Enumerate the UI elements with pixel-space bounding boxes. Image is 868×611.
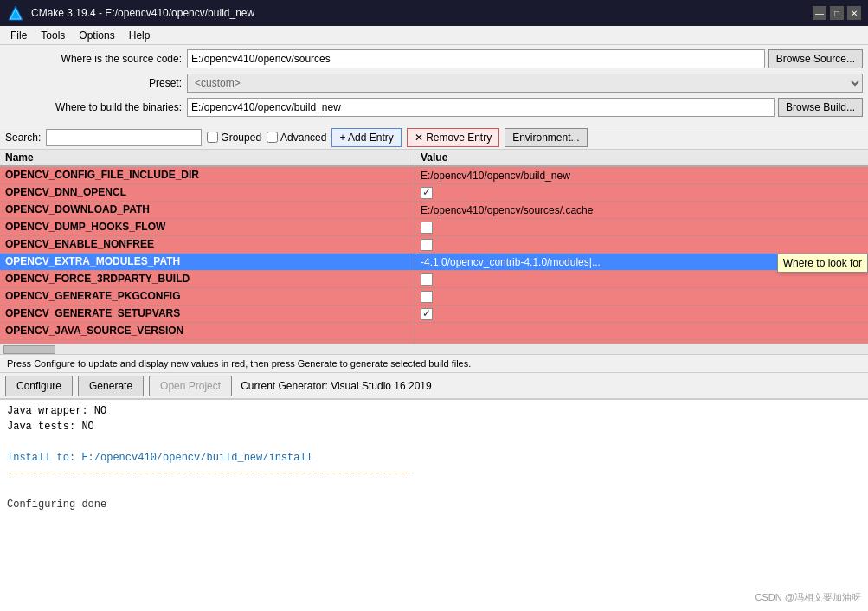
- maximize-button[interactable]: □: [830, 6, 844, 20]
- advanced-checkbox[interactable]: [267, 132, 278, 143]
- row-value: [415, 219, 868, 235]
- row-name: OPENCV_JAVA_SOURCE_VERSION: [0, 323, 415, 339]
- watermark: CSDN @冯相文要加油呀: [755, 591, 861, 604]
- menubar: File Tools Options Help: [0, 26, 868, 45]
- log-line: Install to: E:/opencv410/opencv/build_ne…: [7, 450, 861, 466]
- row-value: [415, 184, 868, 201]
- table-body: OPENCV_CONFIG_FILE_INCLUDE_DIR E:/opencv…: [0, 167, 868, 344]
- table-row[interactable]: OPENCV_FORCE_3RDPARTY_BUILD: [0, 271, 868, 288]
- environment-button[interactable]: Environment...: [505, 128, 587, 147]
- app-logo-icon: [7, 4, 24, 22]
- build-label: Where to build the binaries:: [5, 101, 187, 113]
- checkbox-cell-icon: [421, 239, 433, 251]
- close-button[interactable]: ✕: [847, 6, 861, 20]
- generate-button[interactable]: Generate: [78, 376, 144, 396]
- menu-file[interactable]: File: [3, 28, 34, 43]
- col-value-header: Value: [415, 150, 868, 165]
- source-row: Where is the source code: Browse Source.…: [5, 48, 863, 69]
- row-value: [415, 306, 868, 322]
- row-value: E:/opencv410/opencv/build_new: [415, 167, 868, 183]
- browse-build-button[interactable]: Browse Build...: [778, 98, 863, 117]
- log-line: ----------------------------------------…: [7, 466, 861, 481]
- table-row[interactable]: OPENCV_DNN_OPENCL: [0, 184, 868, 202]
- table-row[interactable]: OPENCV_GENERATE_SETUPVARS: [0, 306, 868, 323]
- toolbar-row: Search: Grouped Advanced + Add Entry ✕ R…: [0, 125, 868, 150]
- scrollbar-thumb[interactable]: [3, 345, 55, 354]
- table-row[interactable]: OPENCV_JAVA_SOURCE_VERSION: [0, 323, 868, 340]
- form-section: Where is the source code: Browse Source.…: [0, 45, 868, 125]
- log-line: [7, 481, 861, 497]
- menu-tools[interactable]: Tools: [34, 28, 72, 43]
- titlebar-left: CMake 3.19.4 - E:/opencv410/opencv/build…: [7, 4, 254, 22]
- row-name: OPENCV_DUMP_HOOKS_FLOW: [0, 219, 415, 235]
- log-line: [7, 434, 861, 450]
- open-project-button[interactable]: Open Project: [149, 376, 232, 396]
- table-row[interactable]: OPENCV_CONFIG_FILE_INCLUDE_DIR E:/opencv…: [0, 167, 868, 184]
- row-name: OPENCV_ENABLE_NONFREE: [0, 236, 415, 253]
- search-input[interactable]: [46, 129, 202, 146]
- generator-text: Current Generator: Visual Studio 16 2019: [241, 380, 432, 392]
- table-row[interactable]: OPENCV_DUMP_HOOKS_FLOW: [0, 219, 868, 236]
- browse-source-button[interactable]: Browse Source...: [768, 49, 863, 68]
- build-input[interactable]: [187, 98, 775, 117]
- row-name: OPENCV_DNN_OPENCL: [0, 184, 415, 201]
- remove-entry-button[interactable]: ✕ Remove Entry: [407, 128, 499, 147]
- configure-button[interactable]: Configure: [5, 376, 73, 396]
- row-value: [415, 236, 868, 253]
- preset-select[interactable]: <custom>: [187, 74, 863, 93]
- menu-help[interactable]: Help: [122, 28, 158, 43]
- grouped-checkbox[interactable]: [207, 132, 218, 143]
- minimize-button[interactable]: —: [813, 6, 826, 20]
- table-row[interactable]: OPENCV_ENABLE_NONFREE: [0, 236, 868, 254]
- row-value: E:/opencv410/opencv/sources/.cache: [415, 202, 868, 218]
- row-name: OPENCV_FORCE_3RDPARTY_BUILD: [0, 271, 415, 287]
- checkbox-cell-icon: [421, 273, 433, 286]
- checkbox-cell-icon: [421, 308, 433, 320]
- titlebar-title: CMake 3.19.4 - E:/opencv410/opencv/build…: [31, 7, 254, 19]
- horizontal-scrollbar[interactable]: [0, 344, 868, 354]
- row-name: OPENCV_CONFIG_FILE_INCLUDE_DIR: [0, 167, 415, 183]
- advanced-checkbox-group: Advanced: [267, 132, 326, 144]
- row-value: [415, 323, 868, 339]
- col-name-header: Name: [0, 150, 415, 165]
- table-wrapper: Name Value OPENCV_CONFIG_FILE_INCLUDE_DI…: [0, 150, 868, 354]
- status-text: Press Configure to update and display ne…: [7, 358, 471, 369]
- source-label: Where is the source code:: [5, 53, 187, 65]
- advanced-label: Advanced: [280, 132, 326, 144]
- preset-row: Preset: <custom>: [5, 73, 863, 93]
- search-label: Search:: [5, 132, 41, 144]
- table-header: Name Value: [0, 150, 868, 167]
- menu-options[interactable]: Options: [72, 28, 121, 43]
- row-value: [415, 288, 868, 305]
- titlebar: CMake 3.19.4 - E:/opencv410/opencv/build…: [0, 0, 868, 26]
- action-row: Configure Generate Open Project Current …: [0, 373, 868, 399]
- table-row[interactable]: OPENCV_EXTRA_MODULES_PATH -4.1.0/opencv_…: [0, 254, 868, 271]
- row-name: OPENCV_GENERATE_PKGCONFIG: [0, 288, 415, 305]
- checkbox-cell-icon: [421, 291, 433, 303]
- grouped-checkbox-group: Grouped: [207, 132, 261, 144]
- tooltip-text: Where to look for: [783, 257, 862, 269]
- grouped-label: Grouped: [221, 132, 261, 144]
- row-name: OPENCV_DOWNLOAD_PATH: [0, 202, 415, 218]
- log-line: Java wrapper: NO: [7, 403, 861, 419]
- log-line: Configuring done: [7, 497, 861, 512]
- table-row[interactable]: OPENCV_GENERATE_PKGCONFIG: [0, 288, 868, 306]
- add-entry-button[interactable]: + Add Entry: [331, 128, 401, 147]
- svg-marker-0: [9, 6, 23, 20]
- main-area: Where is the source code: Browse Source.…: [0, 45, 868, 611]
- row-name: OPENCV_EXTRA_MODULES_PATH: [0, 254, 415, 270]
- build-row: Where to build the binaries: Browse Buil…: [5, 97, 863, 118]
- row-name: OPENCV_GENERATE_SETUPVARS: [0, 306, 415, 322]
- table-row[interactable]: OPENCV_DOWNLOAD_PATH E:/opencv410/opencv…: [0, 202, 868, 219]
- log-area[interactable]: Java wrapper: NO Java tests: NO Install …: [0, 399, 868, 611]
- titlebar-controls: — □ ✕: [813, 6, 861, 20]
- row-value: [415, 271, 868, 287]
- log-line: Java tests: NO: [7, 419, 861, 434]
- checkbox-cell-icon: [421, 222, 433, 234]
- status-bar: Press Configure to update and display ne…: [0, 354, 868, 373]
- source-input[interactable]: [187, 49, 765, 68]
- table-scroll[interactable]: Name Value OPENCV_CONFIG_FILE_INCLUDE_DI…: [0, 150, 868, 344]
- preset-label: Preset:: [5, 77, 187, 89]
- checkbox-cell-icon: [421, 187, 433, 199]
- tooltip-box: Where to look for: [777, 254, 868, 273]
